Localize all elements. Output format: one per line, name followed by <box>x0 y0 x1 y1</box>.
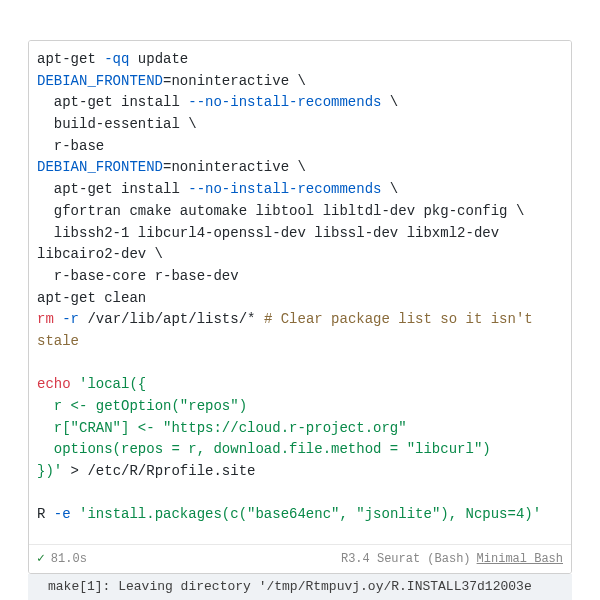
code-line: apt-get install --no-install-recommends … <box>37 181 398 197</box>
code-line: r <- getOption("repos") <box>37 398 247 414</box>
code-line: r["CRAN"] <- "https://cloud.r-project.or… <box>37 420 407 436</box>
cell-output: make[1]: Leaving directory '/tmp/Rtmpuvj… <box>28 574 572 600</box>
code-line: DEBIAN_FRONTEND=noninteractive \ <box>37 159 306 175</box>
check-icon: ✓ <box>37 549 45 569</box>
code-line: libssh2-1 libcurl4-openssl-dev libssl-de… <box>37 225 508 263</box>
code-line: R -e 'install.packages(c("base64enc", "j… <box>37 506 541 522</box>
kernel-link[interactable]: Minimal Bash <box>477 550 563 569</box>
kernel-desc: R3.4 Seurat (Bash) <box>341 550 471 569</box>
code-line: echo 'local({ <box>37 376 146 392</box>
code-line: options(repos = r, download.file.method … <box>37 441 491 457</box>
code-line: r-base <box>37 138 104 154</box>
code-input[interactable]: apt-get -qq update DEBIAN_FRONTEND=nonin… <box>29 41 571 544</box>
exec-time: 81.0s <box>51 550 87 569</box>
code-line: DEBIAN_FRONTEND=noninteractive \ <box>37 73 306 89</box>
notebook-cell: apt-get -qq update DEBIAN_FRONTEND=nonin… <box>28 40 572 574</box>
status-left: ✓ 81.0s <box>37 549 87 569</box>
code-line: apt-get -qq update <box>37 51 188 67</box>
code-line: gfortran cmake automake libtool libltdl-… <box>37 203 524 219</box>
cell-status-bar: ✓ 81.0s R3.4 Seurat (Bash) Minimal Bash <box>29 544 571 573</box>
code-line: apt-get clean <box>37 290 146 306</box>
status-right: R3.4 Seurat (Bash) Minimal Bash <box>341 550 563 569</box>
code-line: build-essential \ <box>37 116 197 132</box>
code-line: })' > /etc/R/Rprofile.site <box>37 463 255 479</box>
code-line: apt-get install --no-install-recommends … <box>37 94 398 110</box>
code-line: rm -r /var/lib/apt/lists/* # Clear packa… <box>37 311 541 349</box>
code-line: r-base-core r-base-dev <box>37 268 239 284</box>
output-line: make[1]: Leaving directory '/tmp/Rtmpuvj… <box>48 579 532 594</box>
